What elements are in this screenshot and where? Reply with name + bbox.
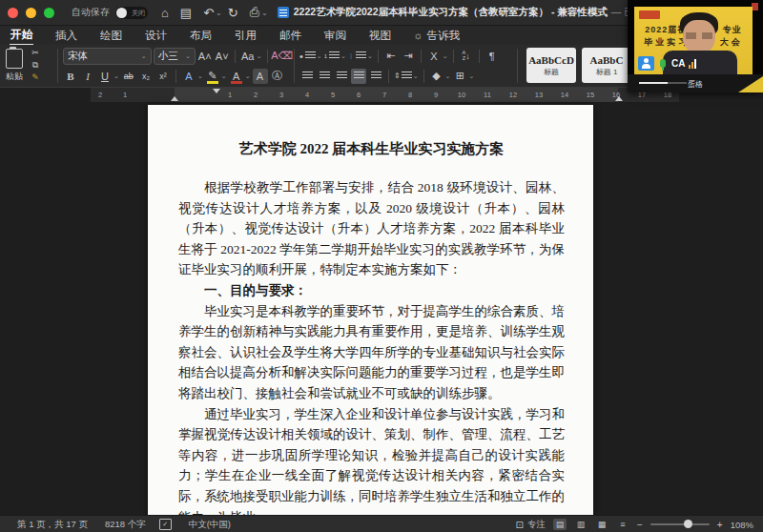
style-heading1[interactable]: AaBbC 标题 1 xyxy=(582,48,631,83)
paste-button[interactable]: 粘贴 xyxy=(6,47,23,83)
first-line-indent-marker[interactable] xyxy=(213,89,220,93)
ruler-number: 6 xyxy=(357,91,361,99)
chevron-down-icon: ⌄ xyxy=(413,72,419,80)
tab-references[interactable]: 引用 xyxy=(234,27,258,45)
font-name-select[interactable]: 宋体 ⌄ xyxy=(63,48,152,65)
home-icon[interactable]: ⌂ xyxy=(161,6,169,20)
tab-design[interactable]: 设计 xyxy=(144,27,168,45)
web-layout-view-button[interactable]: ▥ xyxy=(574,519,588,530)
word-app-window: 自动保存 关闭 ⌂ ▤ ↶ ⌄ ↻ ⎙ ⌄ 2222艺术学院2022届本科毕业实… xyxy=(0,0,763,532)
chevron-down-icon: ⌄ xyxy=(257,52,262,60)
clear-formatting-icon[interactable]: A⌫ xyxy=(272,49,292,64)
autosave-toggle[interactable]: 关闭 xyxy=(115,7,148,19)
numbered-list-icon[interactable]: 1 xyxy=(324,49,340,64)
distribute-button[interactable] xyxy=(368,69,383,84)
undo-icon[interactable]: ↶ xyxy=(203,6,214,20)
font-color-icon[interactable]: A xyxy=(229,69,244,84)
tab-mailings[interactable]: 邮件 xyxy=(278,27,302,45)
copy-icon[interactable]: ⧉ xyxy=(28,59,43,72)
align-right-button[interactable] xyxy=(334,69,349,84)
chevron-down-icon: ⌄ xyxy=(245,72,251,80)
page-indicator[interactable]: 第 1 页，共 17 页 xyxy=(17,519,88,531)
shrink-font-icon[interactable]: A˅ xyxy=(215,49,230,64)
zoom-slider[interactable] xyxy=(650,523,710,525)
enclose-characters-icon[interactable]: Ⓐ xyxy=(270,69,285,84)
superscript-button[interactable]: x² xyxy=(155,69,171,84)
tab-layout[interactable]: 布局 xyxy=(189,27,213,45)
ruler-number: 1 xyxy=(228,91,232,99)
chevron-down-icon: ⌄ xyxy=(443,52,448,60)
change-case-icon[interactable]: Aa xyxy=(240,49,256,64)
subscript-button[interactable]: x₂ xyxy=(138,69,154,84)
language-indicator[interactable]: 中文(中国) xyxy=(189,519,231,531)
tab-draw[interactable]: 绘图 xyxy=(99,27,123,45)
multilevel-list-icon[interactable]: ⋮ xyxy=(348,49,366,64)
focus-mode-icon[interactable]: ⊡ xyxy=(516,520,524,530)
save-icon[interactable]: ▤ xyxy=(180,6,192,20)
minimize-window-button[interactable] xyxy=(26,8,36,18)
ruler-number: 2 xyxy=(254,91,258,99)
tab-review[interactable]: 审阅 xyxy=(323,27,347,45)
ruler-number: 13 xyxy=(535,91,543,99)
grow-font-icon[interactable]: A˄ xyxy=(197,49,213,64)
tab-insert[interactable]: 插入 xyxy=(54,27,78,45)
outline-view-button[interactable]: ▦ xyxy=(595,519,608,530)
sort-icon[interactable]: AZ↓ xyxy=(459,49,474,64)
cut-icon[interactable]: ✂ xyxy=(28,47,43,59)
zoom-window-button[interactable] xyxy=(44,8,54,18)
tell-me-button[interactable]: ☼ 告诉我 xyxy=(413,29,460,43)
horizontal-ruler[interactable]: 21123456789101112131415161718 xyxy=(91,88,679,102)
zoom-percentage[interactable]: 108% xyxy=(731,520,753,530)
left-indent-marker[interactable] xyxy=(171,96,178,101)
draft-view-button[interactable]: ≡ xyxy=(616,519,629,530)
zoom-in-button[interactable]: + xyxy=(717,520,723,530)
paragraph-group: •⌄ 1⌄ ⋮⌄ ⇤ ⇥ X⌄ AZ↓ ¶ ⇕⌄ xyxy=(299,47,511,85)
justify-button[interactable] xyxy=(351,69,366,84)
zoom-out-button[interactable]: − xyxy=(637,520,643,530)
underline-button[interactable]: U xyxy=(97,69,113,84)
document-page[interactable]: 艺术学院 2022 届本科生毕业实习实施方案 根据学校教学工作部署与安排，结合 … xyxy=(148,105,593,532)
italic-button[interactable]: I xyxy=(80,69,95,84)
toolbar-more-chevron-icon[interactable]: ⌄ xyxy=(261,9,268,17)
line-spacing-icon[interactable]: ⇕ xyxy=(394,69,412,84)
font-group: 宋体 ⌄ 小三 ⌄ A˄ A˅ Aa⌄ A⌫ B I U⌄ ab x₂ xyxy=(63,47,292,85)
close-window-button[interactable] xyxy=(8,8,18,18)
bold-button[interactable]: B xyxy=(63,69,78,84)
style-title[interactable]: AaBbCcD 标题 xyxy=(526,48,576,83)
focus-mode-label[interactable]: 专注 xyxy=(527,519,546,531)
tab-view[interactable]: 视图 xyxy=(368,27,392,45)
text-effects-icon[interactable]: A xyxy=(181,69,196,84)
paragraph: 毕业实习是本科教学的重要环节，对于提高学生的综合素质、培养学生的创新精神与实践能… xyxy=(178,301,565,404)
strikethrough-button[interactable]: ab xyxy=(121,69,136,84)
undo-chevron-icon[interactable]: ⌄ xyxy=(216,9,222,17)
font-size-select[interactable]: 小三 ⌄ xyxy=(154,48,196,65)
decrease-indent-icon[interactable]: ⇤ xyxy=(383,49,399,64)
zoom-slider-knob[interactable] xyxy=(684,520,692,528)
word-count[interactable]: 8218 个字 xyxy=(105,519,146,531)
bullet-list-icon[interactable]: • xyxy=(299,49,316,64)
borders-icon[interactable]: ⊞ xyxy=(452,69,467,84)
lightbulb-icon: ☼ xyxy=(413,30,423,41)
paragraph-marks-icon[interactable]: ¶ xyxy=(485,49,500,64)
align-center-button[interactable] xyxy=(317,69,332,84)
align-left-button[interactable] xyxy=(299,69,315,84)
character-shading-icon[interactable]: A xyxy=(253,69,268,84)
format-painter-icon[interactable]: ✎ xyxy=(28,71,43,83)
highlight-color-icon[interactable]: ✎ xyxy=(205,69,220,84)
video-call-overlay[interactable]: 2022届视 专业 毕业实习 大会 CA 蛋格 xyxy=(628,0,763,92)
chevron-down-icon: ⌄ xyxy=(367,52,373,60)
shading-icon[interactable]: ◆ xyxy=(429,69,444,84)
print-layout-view-button[interactable]: ▤ xyxy=(553,519,567,530)
ruler-number: 14 xyxy=(561,91,568,99)
chevron-down-icon: ⌄ xyxy=(113,72,119,80)
proofing-status-icon[interactable]: ✓ xyxy=(159,519,172,530)
asian-layout-icon[interactable]: X xyxy=(426,49,442,64)
redo-icon[interactable]: ↻ xyxy=(228,6,238,20)
glasses xyxy=(686,32,712,39)
autosave-label: 自动保存 xyxy=(72,6,110,19)
ruler-number: 15 xyxy=(587,91,594,99)
print-icon[interactable]: ⎙ xyxy=(250,5,259,20)
microphone-icon xyxy=(660,59,666,68)
increase-indent-icon[interactable]: ⇥ xyxy=(401,49,416,64)
tab-home[interactable]: 开始 xyxy=(10,26,33,46)
